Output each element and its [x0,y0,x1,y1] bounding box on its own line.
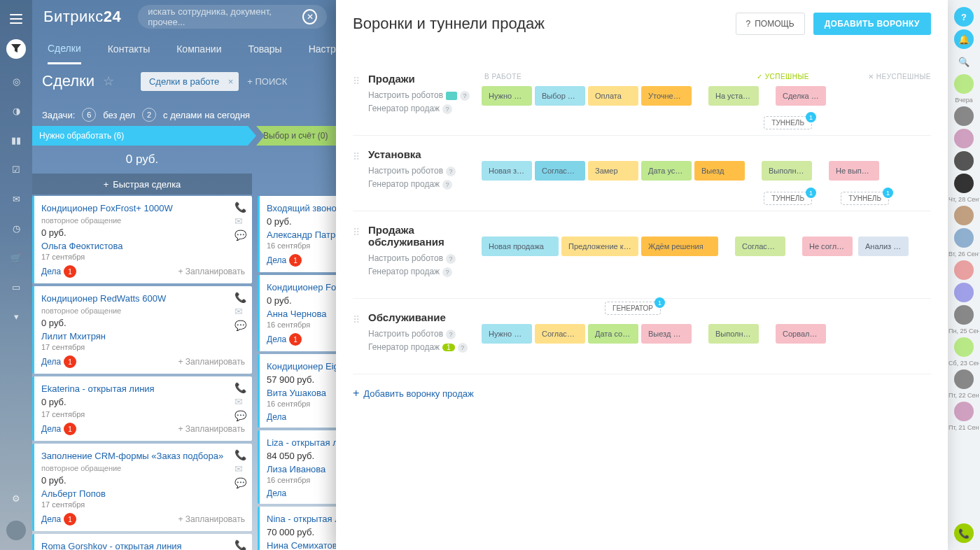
search-icon[interactable]: 🔍 [954,52,974,71]
help-hint-icon[interactable]: ? [442,180,452,190]
deal-card[interactable]: 📞✉💬 Ekaterina - открытая линия 0 руб. 17… [32,376,252,441]
card-plan[interactable]: + Запланировать [178,424,245,434]
help-hint-icon[interactable]: ? [460,91,470,101]
sales-generator-link[interactable]: Генератор продаж1? [368,342,473,353]
funnel-stage-success[interactable]: На устано… [708,86,759,106]
funnel-stage-fail[interactable]: Не выполн… [829,161,879,181]
quick-deal-button[interactable]: +Быстрая сделка [32,174,252,195]
chat-icon[interactable]: 💬 [234,230,246,241]
contact-avatar[interactable] [954,369,974,389]
help-hint-icon[interactable]: ? [442,104,452,114]
funnel-stage[interactable]: Согласова… [535,161,585,181]
help-hint-icon[interactable]: ? [446,167,456,176]
funnel-stage-fail[interactable]: Сорвалось [776,324,826,344]
funnel-stage[interactable]: Оплата [588,86,638,106]
funnel-stage[interactable]: Выезд на обсл… [641,324,692,344]
funnel-stage[interactable]: Выезд [694,161,745,181]
sales-generator-link[interactable]: Генератор продаж? [368,267,473,277]
help-hint-icon[interactable]: ? [446,254,456,264]
funnel-stage[interactable]: Новая зая… [482,161,532,181]
card-contact[interactable]: Лилит Мхитрян [41,331,245,341]
tasks-count-1[interactable]: 6 [82,108,96,122]
chip-close-icon[interactable]: × [228,76,234,87]
contact-avatar[interactable] [954,228,974,248]
phone-icon[interactable]: 📞 [234,449,246,460]
funnel-stage-success[interactable]: Согласилс… [735,237,785,256]
deal-card[interactable]: 📞✉💬 Roma Gorshkov - открытая линия 0 руб… [32,534,252,550]
card-deals[interactable]: Дела [267,488,286,498]
kanban-stage-1[interactable]: Нужно обработать (6) [32,126,256,146]
drag-handle-icon[interactable]: ⠿ [353,76,360,87]
funnel-stage-extra[interactable]: Анализ пр… [858,237,909,256]
chat-icon[interactable]: 💬 [234,477,246,488]
contact-avatar[interactable] [954,305,974,325]
card-deals[interactable]: Дела1 [267,333,302,346]
phone-icon[interactable]: 📞 [234,382,246,393]
global-search[interactable]: искать сотрудника, документ, прочее... ✕ [138,5,327,29]
add-funnel-button[interactable]: ДОБАВИТЬ ВОРОНКУ [813,13,931,35]
card-deals[interactable]: Дела [267,412,286,422]
contact-avatar[interactable] [954,337,974,357]
add-sales-funnel-link[interactable]: +Добавить воронку продаж [353,387,931,400]
mail-icon[interactable]: ✉ [234,396,246,407]
drag-handle-icon[interactable]: ⠿ [353,151,360,162]
tab-products[interactable]: Товары [248,35,282,63]
search-close-icon[interactable]: ✕ [302,9,317,24]
card-contact[interactable]: Альберт Попов [41,488,245,499]
gear-icon[interactable]: ⚙ [9,491,23,505]
funnel-stage[interactable]: Нужно обработ… [482,86,532,106]
generator-badge[interactable]: ГЕНЕРАТОР1 [605,302,661,315]
contact-avatar[interactable] [954,129,974,148]
hamburger-icon[interactable] [10,14,22,24]
contact-avatar[interactable] [954,402,974,421]
phone-icon[interactable]: 📞 [234,540,246,550]
phone-icon[interactable]: 📞 [234,292,246,303]
sales-generator-link[interactable]: Генератор продаж? [368,104,473,114]
phone-icon[interactable]: 📞 [234,202,246,213]
funnel-stage-success[interactable]: Выполнен… [762,161,812,181]
drag-handle-icon[interactable]: ⠿ [353,227,360,238]
deal-card[interactable]: 📞✉💬 Кондиционер FoxFrost+ 1000W повторно… [32,196,252,283]
card-plan[interactable]: + Запланировать [178,267,245,276]
funnel-stage[interactable]: Новая продажа [482,237,559,256]
funnel-stage-success[interactable]: Выполнено [708,324,759,344]
help-hint-icon[interactable]: ? [446,330,456,339]
chart-icon[interactable]: ▮▮ [9,133,23,147]
funnel-stage[interactable]: Предложение клиенту [561,237,638,256]
user-avatar-icon[interactable] [6,521,26,540]
tunnel-badge[interactable]: ТУННЕЛЬ1 [841,192,889,205]
contact-avatar[interactable] [954,174,974,193]
window-icon[interactable]: ▭ [9,280,23,294]
cart-icon[interactable]: 🛒 [9,251,23,265]
card-deals[interactable]: Дела1 [41,513,76,526]
help-hint-icon[interactable]: ? [442,267,452,277]
mail-icon[interactable]: ✉ [234,306,246,317]
contact-avatar[interactable] [954,206,974,225]
phone-icon[interactable]: 📞 [954,523,974,543]
sales-generator-link[interactable]: Генератор продаж? [368,179,473,190]
mail-icon[interactable]: ✉ [9,192,23,206]
tab-companies[interactable]: Компании [176,35,221,63]
tab-deals[interactable]: Сделки [48,34,81,64]
contact-avatar[interactable] [954,151,974,171]
funnel-stage[interactable]: Замер [588,161,638,181]
funnel-stage[interactable]: Согласовани д… [535,324,585,344]
card-deals[interactable]: Дела1 [41,265,76,278]
funnel-stage[interactable]: Дата устан… [641,161,692,181]
funnel-stage[interactable]: Выбор и счёт [535,86,585,106]
deal-card[interactable]: 📞✉💬 Кондиционер RedWatts 600W повторное … [32,286,252,374]
configure-robots-link[interactable]: Настроить роботов? [368,253,473,264]
target-icon[interactable]: ◎ [9,74,23,88]
funnel-stage[interactable]: Нужно обслуж… [482,324,532,344]
more-icon[interactable]: ▾ [9,309,23,323]
card-deals[interactable]: Дела1 [41,423,76,435]
funnel-stage-fail[interactable]: Сделка про… [776,86,826,106]
mail-icon[interactable]: ✉ [234,216,246,227]
card-contact[interactable]: Ольга Феоктистова [41,241,245,251]
chat-icon[interactable]: 💬 [234,410,246,421]
chat-icon[interactable]: 💬 [234,320,246,331]
deal-card[interactable]: 📞✉💬 Заполнение CRM-формы «Заказ подбора»… [32,444,252,531]
tab-contacts[interactable]: Контакты [108,35,150,63]
mail-icon[interactable]: ✉ [234,463,246,474]
clock-icon[interactable]: ◷ [9,221,23,235]
